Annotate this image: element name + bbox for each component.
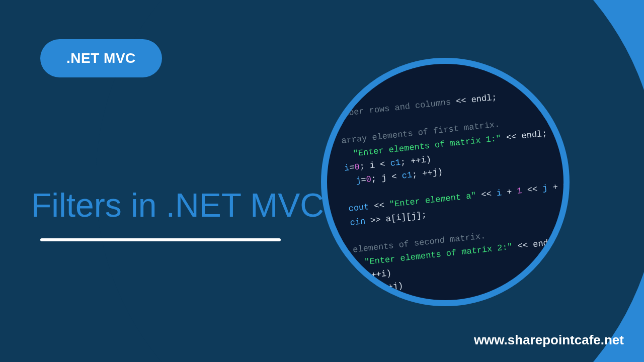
footer-url: www.sharepointcafe.net	[474, 332, 624, 348]
category-badge: .NET MVC	[40, 39, 162, 77]
title-underline	[40, 238, 281, 241]
badge-label: .NET MVC	[66, 50, 136, 66]
code-preview-circle: umber rows and columns << endl; array el…	[321, 58, 570, 306]
code-snippet: umber rows and columns << endl; array el…	[338, 80, 570, 298]
page-title: Filters in .NET MVC	[31, 186, 324, 224]
